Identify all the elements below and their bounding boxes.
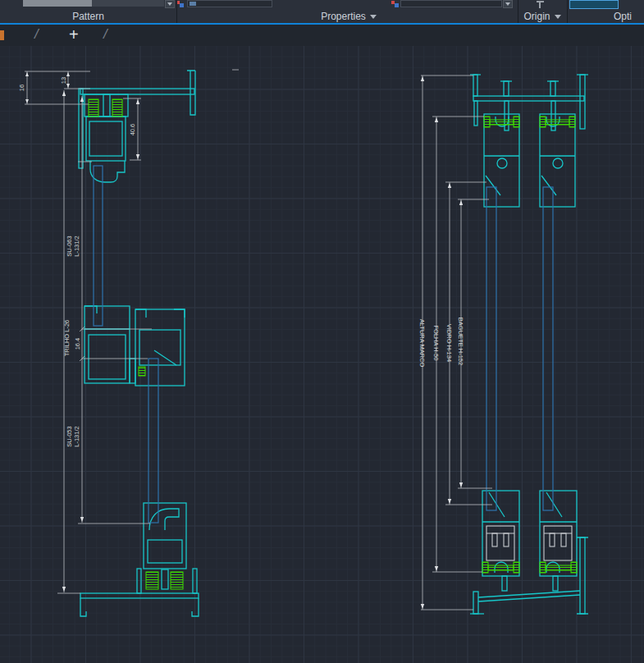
panel-title-properties[interactable]: Properties <box>279 10 418 23</box>
head-hook <box>473 75 477 96</box>
track-code-text: TRILHO L-26 <box>63 320 71 357</box>
swatch-icon <box>190 2 196 6</box>
properties-panel-label: Properties <box>321 11 366 22</box>
left-dim-texts: 16 13 40.6 SU-063 L-131/2 TRILHO L-26 16… <box>18 77 136 447</box>
sill-upstand-caps <box>577 537 588 614</box>
gasket-block <box>482 562 488 573</box>
interlock-upper-detail <box>84 306 130 329</box>
right-section-rollers <box>486 526 572 560</box>
hatch-angle-combobox[interactable] <box>400 0 502 7</box>
profile-code-text: SU-063 <box>66 235 73 256</box>
roller-assembly <box>486 526 514 560</box>
head-plate <box>473 96 584 101</box>
panel-divider <box>176 0 177 23</box>
head-end-cap <box>580 75 585 129</box>
hatch-transparency-icon <box>391 1 399 7</box>
bottom-sash-inner <box>148 540 182 563</box>
gasket-bar <box>490 120 514 125</box>
sash-top-box <box>540 114 575 207</box>
pattern-preview-list[interactable] <box>23 0 92 7</box>
roller-assembly <box>544 526 572 560</box>
chevron-down-icon <box>167 2 172 6</box>
bottom-sash-handle <box>149 509 179 530</box>
brush-seal <box>89 99 98 117</box>
interlock-lower-hooks <box>135 309 185 318</box>
left-section-profiles <box>79 71 199 616</box>
brush-seal <box>171 572 183 589</box>
gasket-block <box>571 562 577 573</box>
sill-track-rib <box>162 569 168 589</box>
new-tab-button[interactable]: + <box>69 25 79 44</box>
profile-code-text: SU-053 <box>66 426 73 446</box>
glass-pane <box>94 166 103 326</box>
left-dimensions <box>25 70 239 593</box>
hatch-type-combobox[interactable] <box>187 0 272 7</box>
head-stub <box>550 81 555 96</box>
flyout-arrow-icon <box>555 15 561 19</box>
model-space-canvas[interactable]: 16 13 40.6 SU-063 L-131/2 TRILHO L-26 16… <box>0 46 644 663</box>
autocad-window: Pattern Properties Origin Opti / + / <box>0 0 644 663</box>
roller-prong <box>550 533 555 546</box>
dim-lines-top <box>27 71 68 104</box>
extension-ticks <box>421 75 492 610</box>
right-dim-texts: ALTURA MARCO FOLHA H-50 VIDRO H-134 BAGU… <box>418 318 464 368</box>
sash-height-text: FOLHA H-50 <box>432 326 440 361</box>
sill-upstand <box>580 537 585 614</box>
pattern-gallery-expand-button[interactable] <box>165 0 175 8</box>
sill-left-foot <box>80 598 86 616</box>
profile-series-text: L-131/2 <box>73 426 80 446</box>
sill-left-hook <box>473 592 478 614</box>
head-stem <box>474 101 477 126</box>
gasket-bar <box>488 565 514 570</box>
head-stub <box>504 81 509 96</box>
interlock-lower-inner <box>139 330 180 365</box>
glass-pane <box>148 359 158 523</box>
track-stem <box>502 576 507 591</box>
tab-edge: / <box>103 26 107 43</box>
head-plate <box>80 89 194 94</box>
dim-text: 16 <box>18 85 25 91</box>
interlock-diagonal <box>154 350 176 365</box>
sill-track-right-wall <box>193 569 197 593</box>
panel-title-pattern: Pattern <box>0 10 176 23</box>
ribbon: Pattern Properties Origin Opti <box>0 0 644 23</box>
panel-title-options: Opti <box>614 10 644 23</box>
dim-text: 16.4 <box>74 338 81 350</box>
gasket-block <box>484 117 490 127</box>
interlock-upper-inner <box>89 335 126 379</box>
right-section-glass <box>486 187 553 510</box>
pattern-preview-list-end[interactable] <box>92 0 164 7</box>
right-dim-arrows <box>421 76 463 609</box>
profile-series-text: L-131/2 <box>73 235 80 256</box>
gasket-block <box>514 117 519 127</box>
angle-expand-button[interactable] <box>503 0 513 8</box>
sill-track-left-wall <box>137 569 141 593</box>
panel-title-origin[interactable]: Origin <box>518 10 567 23</box>
dim-text: 40.6 <box>129 124 136 136</box>
right-dimensions <box>421 75 492 610</box>
flyout-arrow-icon <box>370 15 377 19</box>
file-icon <box>0 30 4 40</box>
options-panel-label: Opti <box>614 11 632 22</box>
bead-height-text: BAGUETE H-152 <box>457 318 464 365</box>
top-sash-box <box>86 117 126 161</box>
hatch-color-icon <box>176 1 184 7</box>
frame-height-text: ALTURA MARCO <box>418 319 426 368</box>
top-sash-handle <box>90 161 125 182</box>
brush-seal <box>112 99 122 117</box>
gasket-block <box>540 117 546 127</box>
dim-lines-vertical <box>422 75 461 610</box>
gasket-bar <box>546 565 571 570</box>
glass-height-text: VIDRO H-134 <box>445 324 453 362</box>
sash-diagonal <box>489 492 562 517</box>
section-drawings: 16 13 40.6 SU-063 L-131/2 TRILHO L-26 16… <box>0 46 644 663</box>
set-origin-icon <box>535 1 548 7</box>
tab-edge: / <box>34 26 39 43</box>
associative-toggle-button[interactable] <box>569 0 619 9</box>
glass-pane <box>543 187 553 510</box>
top-sash-inner <box>89 121 122 156</box>
gasket-block <box>514 562 519 573</box>
sill-plate <box>80 593 199 598</box>
interlock-upper-box <box>84 306 130 383</box>
roller-prong <box>504 533 509 546</box>
